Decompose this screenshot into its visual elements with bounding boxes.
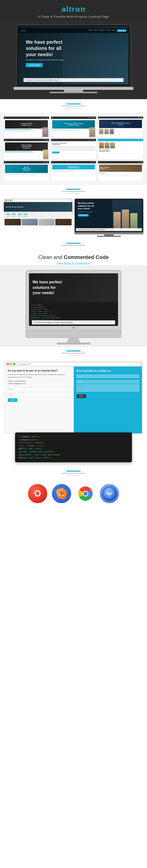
safari-icon: N <box>100 484 119 503</box>
ss-nav-dot-2 <box>52 117 53 118</box>
browser-img-2 <box>22 219 38 225</box>
laptop-hero-title: We have perfectsolutions for allyour nee… <box>26 39 64 58</box>
ss-nav-5 <box>51 139 96 141</box>
sep-bar-blue-3 <box>66 243 81 244</box>
monitor-btn[interactable]: LEARN MORE <box>78 214 89 216</box>
contact-section: www.altron.com Do you want to be part of… <box>0 359 147 437</box>
imac-stand <box>66 338 81 343</box>
ss-text-lines-4 <box>5 152 48 153</box>
nav-item-services: SERVICES <box>99 29 105 32</box>
ss-nav-1 <box>4 117 49 119</box>
ss-nav-4 <box>4 139 49 141</box>
ss-person-4 <box>43 150 48 159</box>
terminal-card: $ _$request['email'], $ $request['email'… <box>15 432 132 462</box>
ss-nav-lines-6 <box>138 140 142 140</box>
browser-img-4 <box>55 219 72 225</box>
svg-text:N: N <box>109 488 110 489</box>
contact-submit-btn[interactable]: SEND <box>8 398 17 402</box>
laptop-base <box>14 87 133 90</box>
screenshot-9: CHANGE YOUR IDEAOF DESIGN Click here <box>98 161 143 182</box>
ss-nav-line-1 <box>41 118 43 118</box>
contact-name-input[interactable] <box>8 388 71 391</box>
imac-base <box>57 343 90 344</box>
imac-chin <box>26 331 121 338</box>
imac-wrapper: We have perfectsolutions foryour needs! … <box>26 270 121 344</box>
laptop-hero-btn[interactable]: LEARN MORE <box>26 63 43 67</box>
code-line-7: charset=UTF8", "From: $from; Email:$emai… <box>31 317 116 319</box>
separator-2 <box>0 185 147 196</box>
ss-content-2: Create any site without touching asingle… <box>51 119 96 137</box>
layout-right: We have perfectsolutions for allyour nee… <box>74 198 143 237</box>
contact-right-message-input[interactable] <box>77 384 139 392</box>
ss-nav-lines-2 <box>88 118 95 118</box>
laptop-nav-items: HOME ABOUT SERVICES WORKS BLOG DOWNLOAD <box>88 29 126 32</box>
header-section: altron A Clean & Flexible Multi-Purpose … <box>0 0 147 21</box>
ss-field-2 <box>52 149 95 151</box>
tagline: A Clean & Flexible Multi-Purpose Landing… <box>0 15 147 19</box>
ss-text-lines-7 <box>5 174 48 175</box>
separator-4 <box>0 347 147 359</box>
sep-bar-light-4 <box>67 355 80 355</box>
ss-nav-dot-4 <box>5 140 6 141</box>
contact-right-email-input[interactable] <box>77 380 139 383</box>
ss-hero-1: We design and buildwebsites for you. <box>5 120 48 128</box>
layout-left: We have perfect solutions 745 VIEWS 643 … <box>4 198 73 237</box>
ss-nav-lines-4 <box>44 140 48 140</box>
nav-download-btn[interactable]: DOWNLOAD <box>117 29 126 32</box>
monitor-person-2 <box>122 210 129 231</box>
sep-bar-gray-1 <box>62 105 85 106</box>
terminal-line-3: $mail_subject = "$server"; <box>19 441 128 444</box>
ss-hero-4: Create site withouttouching a singleline… <box>5 143 48 151</box>
screenshot-4: Create site withouttouching a singleline… <box>4 138 49 159</box>
ss-content-7: We havesolutions for allyour needs! <box>4 163 49 181</box>
ss-team-6 <box>99 143 142 148</box>
ss-text-lines-8 <box>52 170 95 172</box>
code-line-4: "from" = "team@", "$user" ; <box>31 310 116 312</box>
contact-email-input[interactable] <box>8 393 71 396</box>
contact-browser: www.altron.com Do you want to be part of… <box>5 362 142 434</box>
contact-content: Do you want to be part of our tutorial t… <box>5 367 142 433</box>
ss-hero-3: Altron is the better way to start anew s… <box>99 120 142 128</box>
contact-right-title: Don't hesitate to contact us <box>77 369 139 372</box>
ss-content-5: We believe in the power ofsimple design. <box>51 141 96 159</box>
ss-title-5: We believe in the power ofsimple design. <box>52 143 95 145</box>
sep-bar-blue-4 <box>66 350 81 351</box>
stat-num-4: 543 <box>23 213 27 216</box>
ss-nav-3 <box>98 117 143 119</box>
layout-preview-section: We have perfect solutions 745 VIEWS 643 … <box>0 196 147 239</box>
ss-team-row <box>99 129 142 134</box>
ss-text-lines-2 <box>52 129 95 131</box>
sep-bar-light-5 <box>66 475 81 476</box>
contact-right-name-input[interactable] <box>77 375 139 378</box>
layout-browser: We have perfect solutions 745 VIEWS 643 … <box>4 198 73 226</box>
screenshot-2: Create any site without touching asingle… <box>51 116 97 137</box>
screenshot-img-4: Create site withouttouching a singleline… <box>4 139 49 159</box>
ss-hero-2: Create any site without touching asingle… <box>52 120 95 128</box>
contact-right-submit-btn[interactable]: SEND <box>77 395 86 398</box>
stat-num-2: 643 <box>12 213 16 216</box>
ss-person-6c <box>110 143 115 148</box>
svg-point-8 <box>109 493 110 494</box>
contact-titlebar: www.altron.com <box>5 362 142 367</box>
ss-nav-dot-3 <box>99 117 100 118</box>
ss-coffee-text: CHANGE YOUR IDEAOF DESIGN <box>100 167 109 169</box>
ss-nav-dot-6 <box>99 140 100 141</box>
terminal-line-2: $ $request['email'], <box>19 438 128 441</box>
laptop-nav: altron HOME ABOUT SERVICES WORKS BLOG DO… <box>19 28 128 33</box>
separator-1 <box>0 99 147 113</box>
ss-nav-9 <box>98 161 143 163</box>
screenshots-section: We design and buildwebsites for you. <box>0 113 147 185</box>
browser-stat-4: 543 USERS <box>23 213 27 217</box>
browser-titlebar <box>4 199 72 202</box>
ss-avatar-3 <box>109 129 114 134</box>
ss-nav-8 <box>51 161 96 163</box>
browser-stats: 745 VIEWS 643 LIKES 245 SALES 543 <box>4 212 72 218</box>
ss-nav-line-3 <box>46 118 48 118</box>
sep-bar-light-1 <box>65 108 82 108</box>
code-line-6: $message, "Content-type: text/html; <box>31 315 116 317</box>
ss-nav-dot-5 <box>52 140 53 141</box>
layout-monitor: We have perfectsolutions for allyour nee… <box>74 198 143 237</box>
browser-images <box>4 218 72 226</box>
laptop-stand <box>64 90 83 92</box>
ss-text-line-2 <box>5 130 35 131</box>
